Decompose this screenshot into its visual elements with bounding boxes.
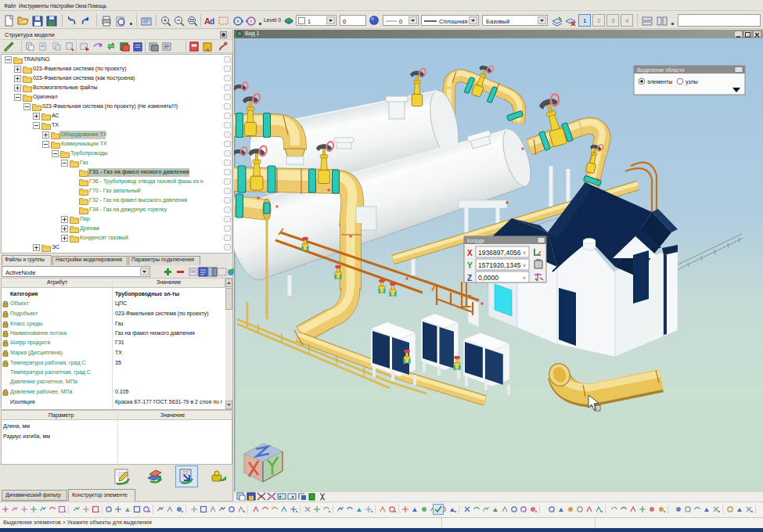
svg-text:d: d	[210, 17, 214, 26]
svg-text:0: 0	[399, 18, 402, 25]
svg-text:Коорди: Коорди	[467, 238, 484, 244]
svg-text:Выделение области: Выделение области	[637, 67, 685, 74]
svg-text:˅: ˅	[523, 263, 526, 268]
svg-text:1571920,1345: 1571920,1345	[478, 261, 521, 269]
svg-text:Z: Z	[467, 274, 472, 282]
svg-text:узлы: узлы	[686, 79, 698, 85]
svg-text:X: X	[467, 249, 473, 257]
svg-text:Y: Y	[467, 261, 473, 270]
svg-text:элементы: элементы	[647, 79, 672, 84]
svg-text:Сплошная: Сплошная	[439, 18, 468, 25]
svg-text:˅: ˅	[523, 275, 526, 281]
svg-text:0,0000: 0,0000	[478, 274, 498, 282]
svg-text:1936897,4056: 1936897,4056	[478, 249, 521, 257]
svg-text:˅: ˅	[523, 250, 526, 256]
